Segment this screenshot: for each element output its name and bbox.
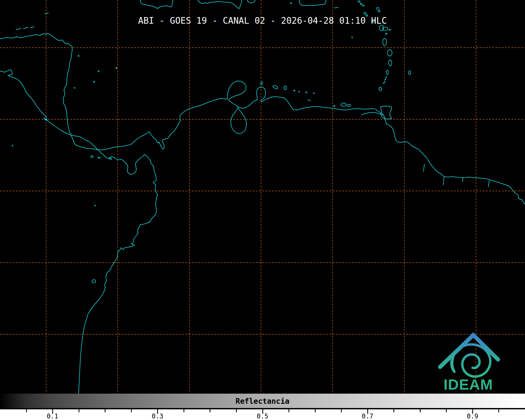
colorbar-tick-minor [26, 409, 27, 412]
coastline-lesser-antilles [291, 1, 411, 91]
colorbar-tick-label: 0.1 [47, 413, 58, 420]
colorbar-label: Reflectancia [0, 397, 525, 406]
image-title: ABI - GOES 19 - CANAL 02 - 2026-04-28 01… [0, 15, 525, 26]
ideam-logo: IDEAM [440, 335, 498, 393]
map-canvas: IDEAM [0, 0, 525, 394]
coastline-caribbean-mainland [0, 34, 525, 204]
colorbar-tick-minor [393, 409, 394, 412]
colorbar-tick-minor [131, 409, 132, 412]
colorbar-tick-label: 0.7 [362, 413, 373, 420]
coastline-puerto-rico [299, 0, 326, 6]
colorbar-tick-minor [315, 409, 316, 412]
coastline-small-islands [12, 55, 117, 283]
colorbar-tick-minor [184, 409, 184, 412]
colorbar-tick-minor [79, 409, 79, 412]
colorbar-tick-minor [288, 409, 289, 412]
satellite-image-viewport: IDEAM ABI - GOES 19 - CANAL 02 - 2026-04… [0, 0, 525, 420]
latlon-grid [0, 0, 525, 394]
colorbar-tick-minor [210, 409, 210, 412]
colorbar-tick-minor [341, 409, 342, 412]
colorbar-tick-minor [446, 409, 447, 412]
coastline-pacific [0, 70, 158, 394]
coastline-jamaica [140, 0, 173, 9]
colorbar-tick-minor [420, 409, 421, 412]
coastline-lake-maracaibo [231, 107, 246, 134]
coastline-hispaniola [198, 0, 242, 9]
colorbar-tick-label: 0.5 [257, 413, 268, 420]
coastline-trinidad [381, 106, 392, 119]
colorbar-tick-label: 0.3 [152, 413, 163, 420]
coastline-venezuela-islands [260, 81, 351, 107]
reflectance-colorbar: Reflectancia [0, 394, 525, 409]
colorbar-tick-minor [236, 409, 237, 412]
coastline-layer [0, 0, 525, 394]
ideam-logo-mark [440, 335, 498, 377]
colorbar-tick-minor [498, 409, 499, 412]
colorbar-tick-label: 0.9 [467, 413, 478, 420]
ideam-logo-text: IDEAM [443, 376, 493, 393]
colorbar-tick-minor [105, 409, 105, 412]
colorbar-axis: 0.1 0.3 0.5 0.7 0.9 [0, 409, 525, 420]
coastline-saona [247, 0, 255, 3]
